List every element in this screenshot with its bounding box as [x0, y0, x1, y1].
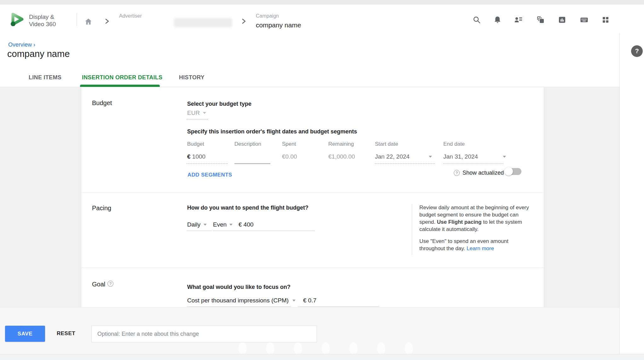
advertiser-name-redacted: [174, 18, 232, 27]
end-date-field[interactable]: Jan 31, 2024: [443, 153, 478, 160]
ghost-dot: [266, 342, 274, 354]
ghost-dot: [405, 342, 413, 354]
breadcrumb-chevron-icon: [105, 19, 110, 24]
budget-section-label: Budget: [92, 99, 112, 107]
change-note-input[interactable]: [91, 325, 317, 342]
breadcrumb-advertiser-label: Advertiser: [119, 13, 142, 19]
tab-history[interactable]: HISTORY: [179, 74, 204, 81]
dropdown-arrow-icon[interactable]: [229, 224, 233, 226]
apps-grid-icon[interactable]: [601, 15, 610, 24]
spent-value: €0.00: [282, 153, 297, 160]
section-divider: [81, 267, 544, 268]
budget-amount-field[interactable]: € 1000: [187, 153, 205, 160]
ghost-dot: [294, 342, 302, 354]
col-header-budget: Budget: [187, 141, 204, 147]
add-segments-button[interactable]: ADD SEGMENTS: [187, 172, 232, 178]
dropdown-arrow-icon[interactable]: [503, 156, 506, 158]
breadcrumb-campaign-name[interactable]: company name: [256, 21, 301, 29]
reset-button[interactable]: RESET: [57, 330, 75, 337]
goal-value-underline: [298, 307, 379, 307]
reports-chart-icon[interactable]: [558, 15, 566, 24]
goal-question: What goal would you like to focus on?: [187, 284, 290, 290]
breadcrumb-chevron-icon: [241, 19, 246, 24]
window-top-strip: [0, 0, 644, 4]
currency-value: EUR: [187, 110, 200, 116]
end-date-underline: [443, 163, 503, 164]
overview-breadcrumb-link[interactable]: Overview ›: [8, 42, 35, 48]
remaining-value: €1,000.00: [328, 153, 355, 160]
user-list-icon[interactable]: [514, 15, 523, 24]
start-date-field[interactable]: Jan 22, 2024: [375, 153, 410, 160]
pacing-question: How do you want to spend the flight budg…: [187, 205, 308, 211]
help-icon[interactable]: ?: [631, 45, 643, 57]
dropdown-arrow-icon[interactable]: [429, 156, 432, 158]
section-divider: [81, 193, 544, 193]
header-divider: [77, 13, 77, 26]
save-button[interactable]: SAVE: [5, 326, 45, 342]
budget-type-heading: Select your budget type: [187, 101, 251, 107]
budget-amount-underline: [187, 163, 227, 164]
pacing-amount-underline: [213, 231, 315, 231]
ghost-dot: [322, 342, 330, 354]
ghost-dot: [377, 342, 385, 354]
currency-select: EUR: [187, 110, 200, 116]
info-panel-rule: [412, 204, 412, 255]
show-actualized-label: Show actualized: [463, 170, 504, 176]
copy-pages-icon[interactable]: [536, 15, 545, 24]
budget-currency-symbol: €: [187, 153, 191, 160]
search-icon[interactable]: [472, 15, 481, 24]
dropdown-arrow-icon: [203, 112, 206, 114]
tab-insertion-order-details[interactable]: INSERTION ORDER DETAILS: [82, 74, 163, 81]
question-circle-icon[interactable]: ?: [454, 170, 460, 176]
dropdown-arrow-icon[interactable]: [204, 224, 207, 226]
right-panel-divider: [619, 33, 620, 354]
col-header-spent: Spent: [282, 141, 296, 147]
goal-type-select[interactable]: Cost per thousand impressions (CPM): [187, 297, 289, 304]
question-circle-icon[interactable]: ?: [107, 281, 113, 287]
tab-line-items[interactable]: LINE ITEMS: [29, 74, 61, 81]
info-p1-bold: Use Flight pacing: [437, 219, 482, 225]
description-field[interactable]: [234, 163, 270, 164]
learn-more-link[interactable]: Learn more: [467, 245, 494, 251]
dv360-logo-icon[interactable]: [10, 12, 25, 26]
segments-heading: Specify this insertion order's flight da…: [187, 128, 357, 135]
pacing-mode-select[interactable]: Even: [213, 221, 227, 228]
pacing-period-underline: [187, 231, 212, 231]
keyboard-shortcuts-icon[interactable]: [580, 15, 589, 24]
pacing-info-text: Review daily amount at the beginning of …: [419, 204, 530, 252]
col-header-end-date: End date: [443, 141, 465, 147]
pacing-section-label: Pacing: [92, 205, 111, 212]
notifications-bell-icon[interactable]: [493, 15, 502, 24]
dropdown-arrow-icon[interactable]: [292, 300, 296, 301]
ghost-dot: [349, 342, 358, 354]
product-name: Display & Video 360: [29, 13, 56, 28]
col-header-description: Description: [234, 141, 261, 147]
breadcrumb-campaign-label: Campaign: [256, 13, 279, 19]
info-p2-text: Use "Even" to spend an even amount throu…: [419, 238, 508, 251]
col-header-start-date: Start date: [375, 141, 398, 147]
budget-amount-value: 1000: [192, 153, 205, 160]
goal-value-field[interactable]: € 0.7: [303, 297, 316, 304]
page-title: company name: [7, 49, 70, 59]
home-icon[interactable]: [84, 18, 92, 25]
start-date-underline: [375, 163, 435, 164]
col-header-remaining: Remaining: [328, 141, 354, 147]
show-actualized-toggle-knob[interactable]: [504, 167, 513, 176]
goal-section-label: Goal: [92, 281, 105, 288]
insertion-order-details-card: [81, 87, 544, 307]
ghost-dot: [239, 342, 247, 354]
window-bottom-strip: [0, 354, 644, 360]
pacing-period-select[interactable]: Daily: [187, 221, 200, 228]
goal-type-underline: [187, 307, 291, 307]
pacing-amount-field[interactable]: € 400: [239, 221, 254, 228]
currency-underline: [187, 119, 208, 120]
